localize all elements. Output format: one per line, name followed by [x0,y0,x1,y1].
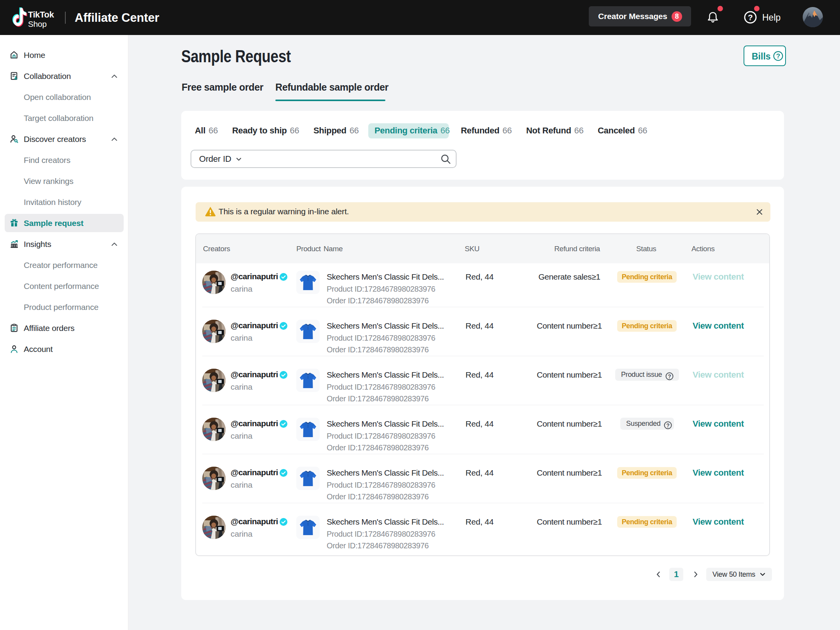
svg-text:?: ? [776,52,780,60]
svg-text:?: ? [668,373,671,379]
svg-text:?: ? [666,422,669,428]
svg-text:?: ? [748,13,753,22]
